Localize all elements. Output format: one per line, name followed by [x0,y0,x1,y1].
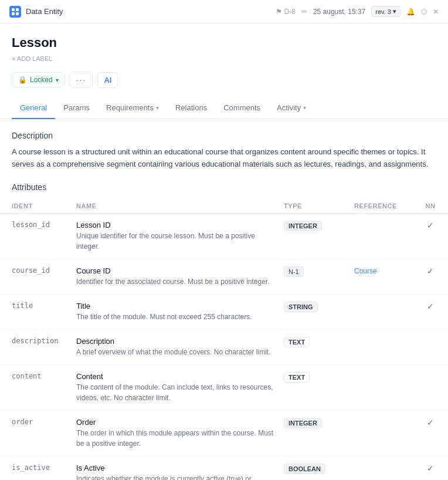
chevron-down-icon: ▾ [56,77,59,83]
reference-link[interactable]: Course [354,267,377,275]
svg-rect-0 [12,8,15,11]
revision-badge[interactable]: rev. 3 ▾ [371,6,401,17]
attr-name-label: Description [76,337,277,346]
table-row: course_idCourse IDIdentifier for the ass… [0,259,448,294]
attr-type-cell: INTEGER [284,410,354,456]
nn-check-icon: ✓ [427,464,434,473]
tab-params[interactable]: Params [55,97,98,119]
col-header-name: NAME [76,199,284,214]
attr-desc-label: A brief overview of what the module cove… [76,347,277,357]
tabs-bar: General Params Requirements ▾ Relations … [0,97,448,119]
attr-ident: lesson_id [0,213,76,259]
attributes-table-wrapper: IDENT NAME TYPE REFERENCE NN lesson_idLe… [0,199,448,480]
tab-requirements[interactable]: Requirements ▾ [98,97,167,119]
more-options-button[interactable]: ··· [70,72,93,88]
col-header-type: TYPE [284,199,354,214]
attr-nn-cell: ✓ [425,213,448,259]
chevron-down-icon: ▾ [393,8,396,15]
attr-nn-cell [425,364,448,410]
app-icon [9,6,21,18]
general-content: Description A course lesson is a structu… [12,119,436,480]
nn-check-icon: ✓ [427,221,434,230]
attr-name-label: Is Active [76,464,277,472]
table-row: orderOrderThe order in which this module… [0,410,448,456]
attr-desc-label: Indicates whether the module is currentl… [76,474,277,480]
ai-button[interactable]: AI [97,72,118,88]
type-badge: STRING [284,302,318,312]
attr-name-label: Order [76,418,277,427]
attr-name-label: Lesson ID [76,221,277,229]
main-content: Lesson + ADD LABEL 🔒 Locked ▾ ··· AI Gen… [0,23,448,480]
attr-nn-cell: ✓ [425,456,448,480]
description-section-title: Description [12,131,436,140]
locked-button[interactable]: 🔒 Locked ▾ [12,72,65,87]
chevron-down-icon: ▾ [303,104,306,111]
svg-rect-2 [12,12,15,15]
type-badge: BOOLEAN [284,464,325,474]
type-badge-n1: N-1 [284,266,304,277]
tab-comments[interactable]: Comments [215,97,269,119]
type-badge: TEXT [284,337,310,347]
toolbar: 🔒 Locked ▾ ··· AI [12,72,436,88]
table-row: is_activeIs ActiveIndicates whether the … [0,456,448,480]
svg-rect-1 [16,8,19,11]
attr-type-cell: N-1 [284,259,354,294]
attr-ident: content [0,364,76,410]
attr-reference-cell [354,456,425,480]
table-row: lesson_idLesson IDUnique identifier for … [0,213,448,259]
attr-desc-label: The content of the module. Can include t… [76,382,277,403]
attr-name-cell: Course IDIdentifier for the associated c… [76,259,284,294]
type-badge: TEXT [284,372,310,383]
attr-type-cell: TEXT [284,364,354,410]
tab-relations[interactable]: Relations [167,97,215,119]
top-bar-left: Data Entity [9,6,63,18]
attr-nn-cell: ✓ [425,410,448,456]
top-bar: Data Entity ⚑ D-8 ✏ 25 august, 15:37 rev… [0,0,448,23]
page-title: Lesson [12,35,436,50]
bell-icon[interactable]: 🔔 [406,8,415,16]
tab-activity[interactable]: Activity ▾ [269,97,314,119]
attr-desc-label: The title of the module. Must not exceed… [76,312,277,322]
attr-name-label: Content [76,372,277,381]
type-badge: INTEGER [284,221,322,231]
tab-general[interactable]: General [12,97,55,119]
table-row: descriptionDescriptionA brief overview o… [0,329,448,364]
close-icon[interactable]: ✕ [433,8,439,16]
add-label-button[interactable]: + ADD LABEL [12,55,52,62]
attr-nn-cell [425,329,448,364]
col-header-ident: IDENT [0,199,76,214]
attr-desc-label: Identifier for the associated course. Mu… [76,276,277,287]
attr-name-cell: DescriptionA brief overview of what the … [76,329,284,364]
flag-icon: ⚑ D-8 [276,8,296,16]
attr-desc-label: The order in which this module appears w… [76,428,277,449]
app-title: Data Entity [26,7,63,16]
attr-name-cell: ContentThe content of the module. Can in… [76,364,284,410]
attr-reference-cell [354,294,425,329]
attributes-table: IDENT NAME TYPE REFERENCE NN lesson_idLe… [0,199,448,480]
table-row: contentContentThe content of the module.… [0,364,448,410]
external-link-icon[interactable]: ⬡ [421,8,427,16]
attr-ident: title [0,294,76,329]
attr-ident: is_active [0,456,76,480]
type-badge: INTEGER [284,418,322,428]
attr-type-cell: STRING [284,294,354,329]
svg-rect-3 [16,12,19,15]
nn-check-icon: ✓ [427,302,434,311]
attr-name-label: Course ID [76,266,277,275]
attr-reference-cell: Course [354,259,425,294]
attr-reference-cell [354,410,425,456]
col-header-reference: REFERENCE [354,199,425,214]
date-label: 25 august, 15:37 [313,8,365,16]
attr-type-cell: INTEGER [284,213,354,259]
attributes-section-title: Attributes [12,182,436,192]
attr-reference-cell [354,329,425,364]
col-header-nn: NN [425,199,448,214]
lock-icon: 🔒 [18,76,27,84]
nn-check-icon: ✓ [427,266,434,276]
description-text: A course lesson is a structured unit wit… [12,146,436,171]
attr-name-label: Title [76,302,277,310]
attr-name-cell: Is ActiveIndicates whether the module is… [76,456,284,480]
top-bar-right: ⚑ D-8 ✏ 25 august, 15:37 rev. 3 ▾ 🔔 ⬡ ✕ [276,6,439,17]
nn-check-icon: ✓ [427,418,434,427]
attr-desc-label: Unique identifier for the course lesson.… [76,231,277,252]
